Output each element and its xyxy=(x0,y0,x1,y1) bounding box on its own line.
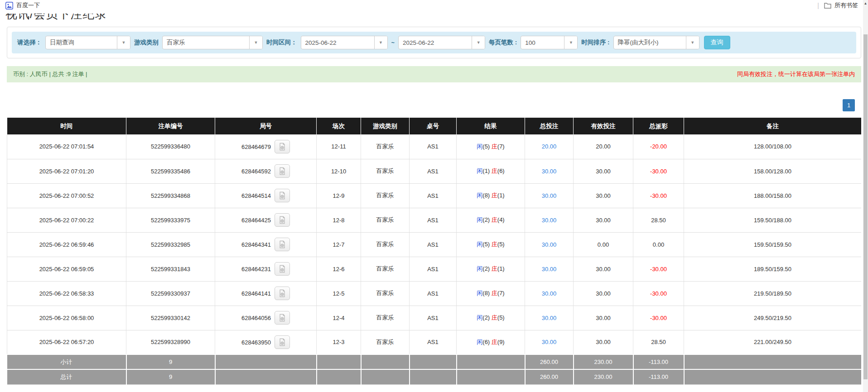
total-bet-link[interactable]: 30.00 xyxy=(542,266,557,272)
cell-time: 2025-06-22 07:01:20 xyxy=(7,159,126,183)
cell-session: 12-7 xyxy=(317,232,361,257)
cell-result: 闲(1) 庄(6) xyxy=(457,159,525,183)
bet-record-row: 2025-06-22 06:59:05522599331843628464231… xyxy=(7,257,862,281)
cell-remark: 221.00/249.50 xyxy=(684,330,862,354)
cell-round-number: 628464592 xyxy=(215,159,317,183)
summary-cell-table-number xyxy=(410,369,457,384)
date-to-value: 2025-06-22 xyxy=(399,36,472,49)
summary-cell-total-bet: 260.00 xyxy=(525,354,574,369)
cell-game-type: 百家乐 xyxy=(361,281,410,306)
game-type-select[interactable]: 百家乐 ▼ xyxy=(162,36,263,49)
video-file-icon xyxy=(278,191,286,200)
time-sort-select[interactable]: 降幂(由大到小) ▼ xyxy=(613,36,699,49)
date-from-select[interactable]: 2025-06-22 ▼ xyxy=(301,36,388,49)
bet-record-row: 2025-06-22 07:01:20522599335486628464592… xyxy=(7,159,862,183)
date-to-select[interactable]: 2025-06-22 ▼ xyxy=(398,36,485,49)
cell-result: 闲(6) 庄(9) xyxy=(457,330,525,354)
video-replay-button[interactable] xyxy=(275,287,290,300)
video-replay-button[interactable] xyxy=(275,311,290,325)
chevron-down-icon: ▼ xyxy=(249,36,262,49)
round-number-text: 628464425 xyxy=(241,217,271,224)
cell-game-type: 百家乐 xyxy=(361,159,410,183)
video-replay-button[interactable] xyxy=(275,189,290,202)
cell-result: 闲(8) 庄(1) xyxy=(457,183,525,208)
summary-cell-bet-number: 9 xyxy=(126,369,215,384)
cell-remark: 249.50/219.50 xyxy=(684,306,862,330)
video-file-icon xyxy=(278,265,286,273)
scroll-up-arrow-icon[interactable]: ▲ xyxy=(863,0,868,7)
total-bet-link[interactable]: 30.00 xyxy=(542,339,557,345)
video-replay-button[interactable] xyxy=(275,335,290,349)
bet-record-row: 2025-06-22 07:01:54522599336480628464679… xyxy=(7,134,862,159)
cell-valid-bet: 30.00 xyxy=(574,208,633,232)
video-replay-button[interactable] xyxy=(275,238,290,251)
video-replay-button[interactable] xyxy=(275,164,290,178)
banker-result-label: 庄 xyxy=(492,216,497,223)
summary-cell-result xyxy=(457,354,525,369)
pagination: 1 xyxy=(0,99,855,111)
banker-result-label: 庄 xyxy=(492,290,497,296)
player-result-label: 闲 xyxy=(477,192,482,199)
total-bet-link[interactable]: 30.00 xyxy=(542,241,557,248)
banker-result-label: 庄 xyxy=(492,192,497,199)
cell-round-number: 628464514 xyxy=(215,183,317,208)
round-number-text: 628464592 xyxy=(241,168,271,175)
cell-game-type: 百家乐 xyxy=(361,257,410,281)
cell-remark: 219.50/189.50 xyxy=(684,281,862,306)
range-tilde: ~ xyxy=(391,39,395,46)
cell-bet-number: 522599332985 xyxy=(126,232,215,257)
pagination-page-1-button[interactable]: 1 xyxy=(843,99,855,111)
video-replay-button[interactable] xyxy=(275,262,290,276)
cell-bet-number: 522599334868 xyxy=(126,183,215,208)
banker-result-label: 庄 xyxy=(492,241,497,248)
cell-result: 闲(8) 庄(7) xyxy=(457,281,525,306)
cell-result: 闲(2) 庄(1) xyxy=(457,257,525,281)
video-replay-button[interactable] xyxy=(275,213,290,227)
summary-cell-bet-number: 9 xyxy=(126,354,215,369)
cell-total-bet: 30.00 xyxy=(525,306,574,330)
cell-valid-bet: 30.00 xyxy=(574,330,633,354)
total-bet-link[interactable]: 30.00 xyxy=(542,168,557,175)
round-number-text: 628464231 xyxy=(241,266,271,272)
video-replay-button[interactable] xyxy=(275,140,290,153)
page-size-select[interactable]: 100 ▼ xyxy=(521,36,578,49)
total-bet-link[interactable]: 30.00 xyxy=(542,315,557,321)
total-bet-link[interactable]: 30.00 xyxy=(542,192,557,199)
column-header-total-bet: 总投注 xyxy=(525,118,574,134)
column-header-remark: 备注 xyxy=(684,118,862,134)
scrollbar-thumb[interactable] xyxy=(863,34,868,379)
column-header-bet-number: 注单编号 xyxy=(126,118,215,134)
cell-remark: 189.50/159.50 xyxy=(684,257,862,281)
bookmarks-separator: | xyxy=(817,2,819,9)
player-result-label: 闲 xyxy=(477,314,482,321)
cell-valid-bet: 30.00 xyxy=(574,306,633,330)
total-bet-link[interactable]: 30.00 xyxy=(542,290,557,297)
cell-table-number: AS1 xyxy=(410,232,457,257)
summary-cell-remark xyxy=(684,369,862,384)
player-result-label: 闲 xyxy=(477,265,482,272)
bookmark-label: 百度一下 xyxy=(16,1,40,10)
summary-cell-session xyxy=(317,354,361,369)
cell-table-number: AS1 xyxy=(410,281,457,306)
cell-round-number: 628464141 xyxy=(215,281,317,306)
cell-round-number: 628464341 xyxy=(215,232,317,257)
bookmark-item[interactable]: 百度一下 xyxy=(5,1,40,10)
query-type-select[interactable]: 日期查询 ▼ xyxy=(45,36,130,49)
cell-game-type: 百家乐 xyxy=(361,306,410,330)
cell-session: 12-9 xyxy=(317,183,361,208)
cell-payout: -30.00 xyxy=(633,159,684,183)
cell-valid-bet: 0.00 xyxy=(574,232,633,257)
cell-total-bet: 30.00 xyxy=(525,257,574,281)
query-type-value: 日期查询 xyxy=(46,36,117,49)
scrollbar[interactable]: ▲ xyxy=(863,0,868,392)
search-button[interactable]: 查询 xyxy=(704,36,730,49)
notice-bar: 币别 : 人民币 | 总共 :9 注单 | 同局有效投注，统一计算在该局第一张注… xyxy=(7,66,861,82)
date-from-value: 2025-06-22 xyxy=(301,36,374,49)
total-bet-link[interactable]: 30.00 xyxy=(542,217,557,224)
cell-result: 闲(2) 庄(4) xyxy=(457,208,525,232)
all-bookmarks-button[interactable]: 所有书签 xyxy=(834,1,858,10)
cell-bet-number: 522599328990 xyxy=(126,330,215,354)
column-header-valid-bet: 有效投注 xyxy=(574,118,633,134)
total-bet-link[interactable]: 20.00 xyxy=(542,143,557,150)
same-round-warning: 同局有效投注，统一计算在该局第一张注单内 xyxy=(737,70,855,78)
